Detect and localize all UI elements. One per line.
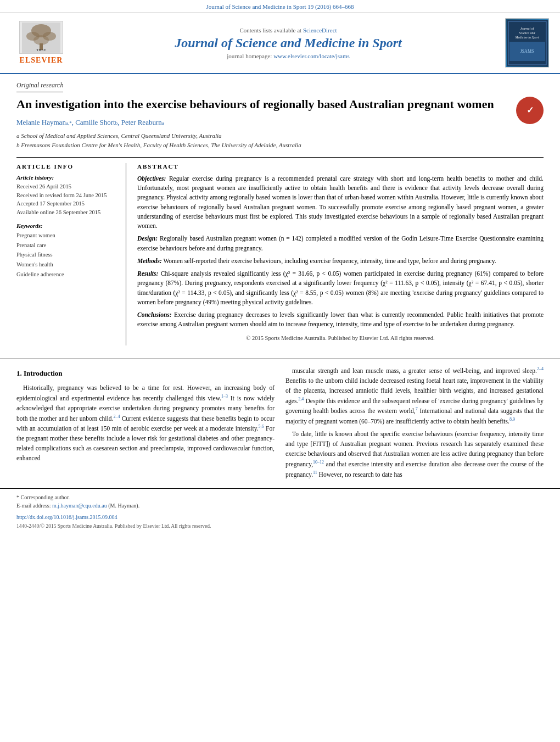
journal-header: TREE ELSEVIER Contents lists available a… (0, 13, 560, 74)
body-col-right: muscular strength and lean muscle mass, … (285, 366, 544, 483)
crossmark-badge: ✓ (516, 97, 544, 124)
accepted-date: Accepted 17 September 2015 (16, 199, 117, 208)
design-label: Design: (137, 235, 158, 242)
conclusions-label: Conclusions: (137, 311, 172, 318)
science-direct-anchor[interactable]: ScienceDirect (303, 27, 337, 34)
keywords-list: Pregnant women Prenatal care Physical fi… (16, 231, 117, 280)
svg-text:Journal of: Journal of (520, 27, 534, 30)
abstract-conclusions: Conclusions: Exercise during pregnancy d… (137, 310, 544, 330)
article-history: Article history: Received 26 April 2015 … (16, 174, 117, 217)
authors: Melanie Haymana,*, Camille Shortb, Peter… (16, 118, 544, 127)
section-divider (0, 359, 560, 359)
keyword-2: Prenatal care (16, 241, 117, 250)
article-info-heading: ARTICLE INFO (16, 163, 117, 170)
elsevier-tree-image: TREE (19, 21, 63, 54)
journal-title: Journal of Science and Medicine in Sport (82, 36, 494, 51)
intro-heading: 1. Introduction (16, 368, 275, 379)
svg-text:Science and: Science and (519, 31, 535, 35)
methods-label: Methods: (137, 258, 162, 264)
affiliations: a School of Medical and Applied Sciences… (16, 131, 544, 150)
doi-line: http://dx.doi.org/10.1016/j.jsams.2015.0… (0, 512, 560, 522)
elsevier-text: ELSEVIER (20, 56, 63, 65)
keyword-5: Guideline adherence (16, 270, 117, 280)
available-date: Available online 26 September 2015 (16, 208, 117, 217)
journal-header-center: Contents lists available at ScienceDirec… (71, 27, 505, 59)
intro-para2: muscular strength and lean muscle mass, … (285, 366, 544, 426)
abstract-objectives: Objectives: Regular exercise during preg… (137, 174, 544, 231)
affiliation-a: a School of Medical and Applied Sciences… (16, 131, 544, 141)
received-date: Received 26 April 2015 (16, 182, 117, 191)
abstract-panel: ABSTRACT Objectives: Regular exercise du… (137, 163, 544, 346)
license-line: 1440-2440/© 2015 Sports Medicine Austral… (0, 522, 560, 533)
objectives-label: Objectives: (137, 175, 166, 182)
methods-text: Women self-reported their exercise behav… (163, 258, 496, 264)
corresponding-author-note: * Corresponding author. (16, 493, 544, 501)
keywords-group: Keywords: Pregnant women Prenatal care P… (16, 222, 117, 280)
results-text: Chi-square analysis revealed significant… (137, 270, 544, 305)
article-content: Original research An investigation into … (0, 74, 560, 352)
doi-link[interactable]: http://dx.doi.org/10.1016/j.jsams.2015.0… (16, 514, 117, 520)
journal-homepage: journal homepage: www.elsevier.com/locat… (82, 53, 494, 59)
article-title: An investigation into the exercise behav… (16, 97, 544, 113)
abstract-results: Results: Chi-square analysis revealed si… (137, 269, 544, 307)
history-label: Article history: (16, 174, 117, 181)
intro-para3: To date, little is known about the speci… (285, 429, 544, 479)
design-text: Regionally based Australian pregnant wom… (137, 235, 544, 251)
keywords-label: Keywords: (16, 222, 117, 229)
abstract-text: Objectives: Regular exercise during preg… (137, 174, 544, 343)
abstract-heading: ABSTRACT (137, 163, 544, 170)
abstract-methods: Methods: Women self-reported their exerc… (137, 256, 544, 266)
article-info-panel: ARTICLE INFO Article history: Received 2… (16, 163, 126, 346)
journal-cover-image: Journal of Science and Medicine in Sport… (505, 18, 549, 68)
footnote-section: * Corresponding author. E-mail address: … (0, 488, 560, 512)
body-columns: 1. Introduction Historically, pregnancy … (0, 366, 560, 483)
intro-text-right: muscular strength and lean muscle mass, … (285, 366, 544, 479)
email-link[interactable]: m.j.hayman@cqu.edu.au (52, 503, 107, 509)
homepage-link[interactable]: www.elsevier.com/locate/jsams (273, 53, 350, 59)
science-direct-link: Contents lists available at ScienceDirec… (82, 27, 494, 34)
svg-text:Medicine in Sport: Medicine in Sport (514, 36, 539, 39)
abstract-design: Design: Regionally based Australian preg… (137, 234, 544, 253)
article-type: Original research (16, 81, 63, 92)
intro-para1: Historically, pregnancy was believed to … (16, 383, 275, 463)
affiliation-b: b Freemasons Foundation Centre for Men's… (16, 141, 544, 150)
svg-text:JSAMS: JSAMS (520, 49, 534, 54)
body-col-left: 1. Introduction Historically, pregnancy … (16, 366, 275, 483)
elsevier-logo: TREE ELSEVIER (11, 21, 71, 65)
keyword-1: Pregnant women (16, 231, 117, 241)
email-note: E-mail address: m.j.hayman@cqu.edu.au (M… (16, 501, 544, 510)
intro-text-left: Historically, pregnancy was believed to … (16, 383, 275, 463)
received-revised-date: Received in revised form 24 June 2015 (16, 191, 117, 200)
abstract-copyright: © 2015 Sports Medicine Australia. Publis… (137, 334, 544, 343)
keyword-3: Physical fitness (16, 250, 117, 260)
svg-text:TREE: TREE (36, 48, 46, 52)
results-label: Results: (137, 270, 158, 277)
article-body: ARTICLE INFO Article history: Received 2… (16, 157, 544, 346)
journal-citation: Journal of Science and Medicine in Sport… (0, 0, 560, 13)
keyword-4: Women's health (16, 260, 117, 270)
conclusions-text: Exercise during pregnancy decreases to l… (137, 311, 544, 327)
objectives-text: Regular exercise during pregnancy is a r… (137, 175, 544, 229)
